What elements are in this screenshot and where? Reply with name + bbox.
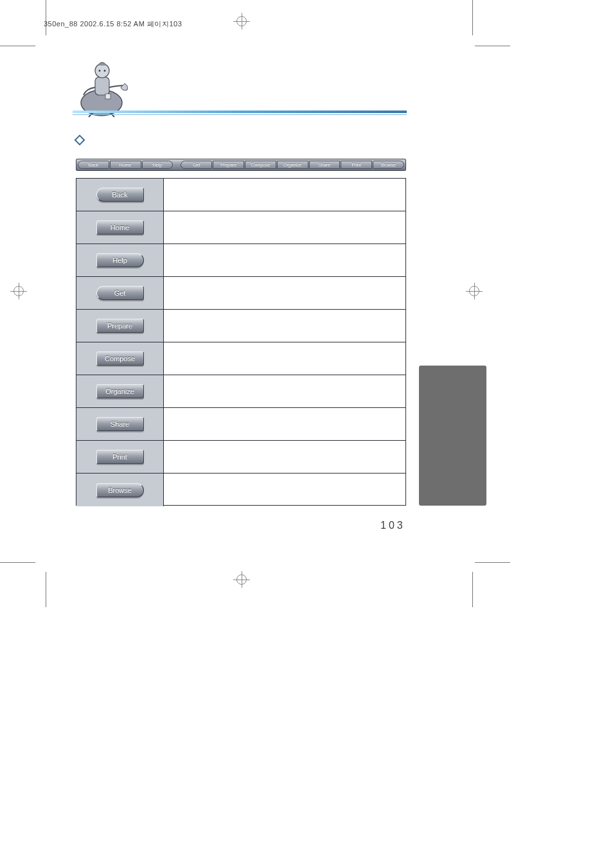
toolbar-share-button[interactable]: Share (309, 161, 341, 169)
toolbar-label: Home (120, 163, 132, 167)
button-label: Back (112, 191, 127, 199)
button-label: Browse (108, 486, 132, 494)
toolbar-label: Share (319, 163, 331, 167)
svg-point-3 (99, 70, 101, 72)
diamond-bullet-icon (75, 135, 85, 146)
table-cell-description (164, 211, 405, 244)
toolbar-label: Print (352, 163, 361, 167)
table-row: Print (76, 441, 405, 474)
button-label: Help (112, 256, 127, 264)
registration-target-icon (10, 283, 27, 299)
toolbar-browse-button[interactable]: Browse (373, 161, 404, 169)
svg-point-4 (104, 70, 106, 72)
section-divider-thin (73, 114, 407, 115)
toolbar-help-button[interactable]: Help (142, 161, 173, 169)
table-row: Browse (76, 474, 405, 506)
mascot-illustration (72, 57, 136, 118)
share-button[interactable]: Share (96, 417, 144, 431)
help-button[interactable]: Help (96, 253, 144, 267)
home-button[interactable]: Home (96, 220, 144, 235)
toolbar-label: Organize (283, 163, 301, 167)
organize-button[interactable]: Organize (96, 384, 144, 398)
table-row: Get (76, 277, 405, 310)
toolbar-compose-button[interactable]: Compose (245, 161, 276, 169)
toolbar-get-button[interactable]: Get (181, 161, 212, 169)
side-tab (419, 366, 486, 506)
table-cell-description (164, 342, 405, 375)
table-row: Compose (76, 342, 405, 375)
registration-target-icon (233, 571, 250, 588)
prepare-button[interactable]: Prepare (96, 319, 144, 333)
crop-mark (472, 572, 473, 607)
table-cell-button: Get (76, 277, 164, 309)
table-cell-button: Print (76, 441, 164, 473)
button-label: Compose (105, 355, 135, 362)
table-cell-description (164, 277, 405, 309)
button-label: Get (114, 289, 126, 297)
table-cell-description (164, 474, 405, 506)
toolbar-label: Compose (251, 163, 270, 167)
functions-table: Back Home Help Get Prepare (76, 178, 406, 506)
crop-mark (475, 562, 510, 563)
table-row: Share (76, 408, 405, 441)
table-row: Help (76, 244, 405, 277)
table-cell-description (164, 408, 405, 440)
crop-mark (472, 0, 473, 35)
table-cell-button: Browse (76, 474, 164, 506)
toolbar-strip: Back Home Help Get Prepare Compose Organ… (76, 159, 406, 171)
crop-mark (46, 0, 46, 35)
toolbar-label: Back (89, 163, 99, 167)
print-button[interactable]: Print (96, 450, 144, 464)
toolbar-label: Help (153, 163, 162, 167)
svg-rect-5 (105, 94, 111, 99)
crop-mark (46, 572, 46, 607)
registration-target-icon (466, 283, 483, 299)
svg-rect-1 (95, 77, 109, 95)
crop-info-text: 350en_88 2002.6.15 8:52 AM 페이지103 (44, 19, 182, 29)
crop-mark (0, 562, 35, 563)
table-row: Prepare (76, 310, 405, 342)
back-button[interactable]: Back (96, 188, 144, 202)
table-cell-button: Help (76, 244, 164, 276)
table-cell-button: Organize (76, 375, 164, 407)
table-cell-description (164, 375, 405, 407)
registration-target-icon (233, 13, 250, 30)
page-number: 103 (380, 520, 405, 531)
toolbar-label: Get (193, 163, 200, 167)
table-row: Back (76, 179, 405, 211)
svg-point-2 (95, 64, 109, 78)
button-label: Organize (105, 387, 134, 395)
table-cell-button: Back (76, 179, 164, 211)
toolbar-back-button[interactable]: Back (78, 161, 109, 169)
table-cell-description (164, 244, 405, 276)
toolbar-organize-button[interactable]: Organize (277, 161, 308, 169)
crop-mark (0, 46, 35, 46)
button-label: Print (112, 453, 127, 461)
table-cell-description (164, 441, 405, 473)
toolbar-label: Browse (381, 163, 396, 167)
table-cell-button: Compose (76, 342, 164, 375)
table-cell-button: Prepare (76, 310, 164, 342)
button-label: Home (111, 224, 129, 231)
table-cell-button: Home (76, 211, 164, 244)
table-cell-description (164, 310, 405, 342)
get-button[interactable]: Get (96, 286, 144, 300)
browse-button[interactable]: Browse (96, 483, 144, 497)
button-label: Share (111, 420, 129, 428)
button-label: Prepare (107, 322, 132, 330)
toolbar-home-button[interactable]: Home (110, 161, 141, 169)
toolbar-label: Prepare (220, 163, 236, 167)
toolbar-print-button[interactable]: Print (341, 161, 372, 169)
section-divider (73, 111, 407, 113)
compose-button[interactable]: Compose (96, 351, 144, 366)
crop-mark (475, 46, 510, 46)
table-cell-description (164, 179, 405, 211)
toolbar-prepare-button[interactable]: Prepare (213, 161, 244, 169)
table-cell-button: Share (76, 408, 164, 440)
table-row: Home (76, 211, 405, 244)
table-row: Organize (76, 375, 405, 408)
